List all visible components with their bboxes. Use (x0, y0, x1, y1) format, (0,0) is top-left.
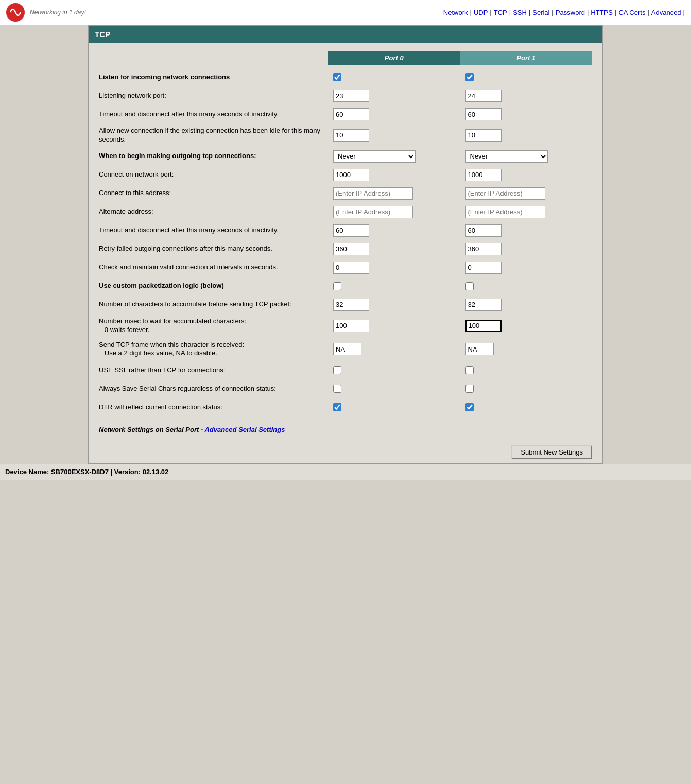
checkbox-ssl-port0[interactable] (333, 366, 341, 374)
input-allow-new-port0[interactable] (333, 129, 369, 142)
input-timeout-port0[interactable] (333, 108, 369, 120)
nav-udp[interactable]: UDP (474, 9, 488, 16)
checkbox-custom-packet-port0[interactable] (333, 282, 341, 290)
label-timeout-disconnect: Timeout and disconnect after this many s… (99, 110, 328, 119)
submit-row: Submit New Settings (89, 441, 602, 463)
row-when-outgoing: When to begin making outgoing tcp connec… (99, 147, 592, 166)
input-retry-port0[interactable] (333, 243, 369, 255)
port0-header: Port 0 (328, 51, 460, 65)
row-connect-port: Connect on network port: (99, 166, 592, 184)
label-when-outgoing: When to begin making outgoing tcp connec… (99, 152, 328, 161)
row-send-tcp-frame: Send TCP frame when this character is re… (99, 338, 592, 361)
row-listen-incoming: Listen for incoming network connections (99, 68, 592, 86)
input-check-maintain-port0[interactable] (333, 262, 369, 274)
checkbox-listen-incoming-port0[interactable] (333, 73, 341, 81)
checkbox-listen-incoming-port1[interactable] (465, 73, 474, 81)
nav-links: Network | UDP | TCP | SSH | Serial | Pas… (96, 9, 686, 16)
input-num-chars-port0[interactable] (333, 299, 369, 311)
label-always-save: Always Save Serial Chars reguardless of … (99, 385, 328, 393)
row-custom-packet: Use custom packetization logic (below) (99, 277, 592, 295)
nav-network[interactable]: Network (443, 9, 468, 16)
input-check-maintain-port1[interactable] (465, 262, 502, 274)
row-timeout-disconnect: Timeout and disconnect after this many s… (99, 105, 592, 124)
input-listening-port-port0[interactable] (333, 90, 369, 102)
select-outgoing-port0[interactable]: Never Always On Data (333, 150, 416, 163)
input-connect-address-port0[interactable] (333, 187, 413, 200)
device-info-text: Device Name: SB700EXSX-D8D7 | Version: 0… (5, 468, 168, 476)
row-timeout-disconnect2: Timeout and disconnect after this many s… (99, 221, 592, 240)
section-header: TCP (89, 26, 602, 43)
row-use-ssl: USE SSL rather than TCP for connections: (99, 361, 592, 379)
footer-text: Network Settings on Serial Port - (99, 426, 204, 433)
logo-text: Networking in 1 day! (30, 9, 86, 16)
input-timeout2-port0[interactable] (333, 224, 369, 237)
label-use-ssl: USE SSL rather than TCP for connections: (99, 366, 328, 375)
label-num-msec: Number msec to wait for accumulated char… (99, 317, 328, 335)
input-send-tcp-port0[interactable] (333, 343, 361, 355)
advanced-serial-settings-link[interactable]: Advanced Serial Settings (204, 426, 285, 433)
row-check-maintain: Check and maintain valid connection at i… (99, 258, 592, 277)
port1-listen-incoming (460, 73, 593, 81)
form-area: Port 0 Port 1 Listen for incoming networ… (89, 43, 602, 422)
input-listening-port-port1[interactable] (465, 90, 502, 102)
nav-serial[interactable]: Serial (532, 9, 549, 16)
checkbox-custom-packet-port1[interactable] (465, 282, 474, 290)
input-alternate-address-port0[interactable] (333, 206, 413, 218)
divider (94, 439, 597, 439)
input-num-msec-port0[interactable] (333, 320, 369, 332)
input-connect-port-port1[interactable] (465, 169, 502, 181)
input-num-chars-port1[interactable] (465, 299, 502, 311)
row-always-save: Always Save Serial Chars reguardless of … (99, 379, 592, 398)
label-custom-packet: Use custom packetization logic (below) (99, 282, 328, 290)
nav-ca-certs[interactable]: CA Certs (618, 9, 645, 16)
input-timeout2-port1[interactable] (465, 224, 502, 237)
nav-advanced[interactable]: Advanced (651, 9, 681, 16)
port0-listen-incoming (328, 73, 460, 81)
row-alternate-address: Alternate address: (99, 203, 592, 221)
row-retry-failed: Retry failed outgoing connections after … (99, 240, 592, 258)
row-dtr-reflect: DTR will reflect current connection stat… (99, 398, 592, 416)
checkbox-dtr-port0[interactable] (333, 403, 341, 411)
device-info: Device Name: SB700EXSX-D8D7 | Version: 0… (0, 464, 691, 480)
nav-https[interactable]: HTTPS (591, 9, 613, 16)
input-connect-address-port1[interactable] (465, 187, 545, 200)
input-retry-port1[interactable] (465, 243, 502, 255)
main-container: TCP Port 0 Port 1 Listen for incoming ne… (88, 25, 603, 464)
input-allow-new-port1[interactable] (465, 129, 502, 142)
input-connect-port-port0[interactable] (333, 169, 369, 181)
label-alternate-address: Alternate address: (99, 207, 328, 216)
port1-header: Port 1 (460, 51, 593, 65)
label-send-tcp-frame: Send TCP frame when this character is re… (99, 341, 328, 358)
label-dtr-reflect: DTR will reflect current connection stat… (99, 403, 328, 412)
input-alternate-address-port1[interactable] (465, 206, 545, 218)
logo-area: Networking in 1 day! (5, 2, 86, 23)
nav-ssh[interactable]: SSH (513, 9, 527, 16)
footer-link-row: Network Settings on Serial Port - Advanc… (89, 422, 602, 437)
row-listening-port: Listening network port: (99, 86, 592, 105)
section-title: TCP (95, 30, 110, 39)
input-send-tcp-port1[interactable] (465, 343, 494, 355)
input-timeout-port1[interactable] (465, 108, 502, 120)
row-num-chars: Number of characters to accumulate befor… (99, 295, 592, 314)
label-connect-port: Connect on network port: (99, 170, 328, 179)
select-outgoing-port1[interactable]: Never Always On Data (465, 150, 548, 163)
submit-button[interactable]: Submit New Settings (511, 445, 592, 459)
checkbox-always-save-port1[interactable] (465, 385, 474, 393)
checkbox-always-save-port0[interactable] (333, 385, 341, 393)
checkbox-dtr-port1[interactable] (465, 403, 474, 411)
checkbox-ssl-port1[interactable] (465, 366, 474, 374)
row-num-msec: Number msec to wait for accumulated char… (99, 314, 592, 338)
logo-icon (5, 2, 26, 23)
nav-tcp[interactable]: TCP (494, 9, 507, 16)
input-num-msec-port1[interactable] (465, 320, 502, 332)
label-connect-address: Connect to this address: (99, 189, 328, 198)
row-allow-new-connection: Allow new connection if the existing con… (99, 124, 592, 147)
label-retry-failed: Retry failed outgoing connections after … (99, 245, 328, 253)
label-num-chars: Number of characters to accumulate befor… (99, 300, 328, 309)
nav-password[interactable]: Password (556, 9, 585, 16)
label-allow-new-connection: Allow new connection if the existing con… (99, 127, 328, 144)
port-header-row: Port 0 Port 1 (99, 48, 592, 68)
header: Networking in 1 day! Network | UDP | TCP… (0, 0, 691, 25)
row-connect-address: Connect to this address: (99, 184, 592, 203)
label-listening-port: Listening network port: (99, 92, 328, 100)
